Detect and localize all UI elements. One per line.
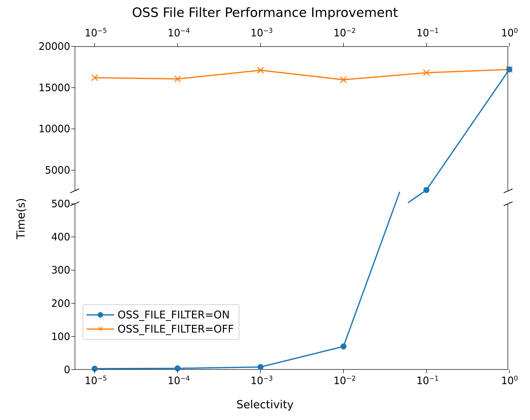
x-tick-bottom-0: 10−5 <box>85 375 107 386</box>
svg-point-26 <box>506 67 512 72</box>
x-tick-bottom-3: 10−2 <box>333 375 356 386</box>
y-tick-lower-2: 200 <box>35 298 70 309</box>
x-tick-bottom-2: 10−3 <box>251 375 273 386</box>
legend-label-off: OSS_FILE_FILTER=OFF <box>118 322 234 336</box>
chart-container: OSS File Filter Performance Improvement … <box>0 0 530 420</box>
y-tick-lower-5: 500 <box>35 198 70 210</box>
svg-line-4 <box>504 189 513 193</box>
y-tick-lower-3: 300 <box>35 264 70 276</box>
svg-line-20 <box>426 70 509 190</box>
svg-point-25 <box>423 187 429 193</box>
y-tick-upper-1: 10000 <box>35 123 70 135</box>
x-tick-bottom-5: 100 <box>501 375 518 386</box>
x-ticks-top <box>95 43 509 46</box>
x-tick-bottom-4: 10−1 <box>416 375 439 386</box>
legend-entry-off: ✕ OSS_FILE_FILTER=OFF <box>87 322 234 336</box>
plot-svg <box>0 0 530 420</box>
x-tick-bottom-1: 10−4 <box>168 375 190 386</box>
svg-line-19 <box>408 190 426 203</box>
y-ticks-lower <box>71 204 75 370</box>
svg-point-24 <box>340 344 346 350</box>
svg-point-23 <box>258 364 264 370</box>
x-tick-top-4: 10−1 <box>416 27 439 39</box>
legend-entry-on: OSS_FILE_FILTER=ON <box>87 308 234 322</box>
svg-line-18 <box>343 192 400 347</box>
y-tick-lower-1: 100 <box>35 331 70 342</box>
y-tick-upper-3: 20000 <box>35 41 70 52</box>
x-tick-top-3: 10−2 <box>333 27 356 39</box>
y-tick-lower-4: 400 <box>35 231 70 243</box>
series-on-line-lower <box>95 347 343 369</box>
legend-swatch-off: ✕ <box>87 324 114 334</box>
y-tick-lower-0: 0 <box>35 364 70 375</box>
x-tick-top-0: 10−5 <box>85 27 107 39</box>
y-ticks-upper <box>71 46 75 170</box>
series-off-line <box>95 70 509 80</box>
circle-marker-icon <box>98 312 103 318</box>
legend-label-on: OSS_FILE_FILTER=ON <box>118 308 230 322</box>
svg-line-1 <box>70 189 79 193</box>
y-tick-upper-0: 5000 <box>35 164 70 176</box>
x-ticks-bottom <box>95 370 509 373</box>
x-tick-top-5: 100 <box>501 27 518 39</box>
y-tick-upper-2: 15000 <box>35 82 70 93</box>
x-tick-top-2: 10−3 <box>251 27 273 39</box>
legend: OSS_FILE_FILTER=ON ✕ OSS_FILE_FILTER=OFF <box>83 304 239 340</box>
svg-line-5 <box>504 202 513 206</box>
x-tick-top-1: 10−4 <box>168 27 190 39</box>
legend-swatch-on <box>87 310 114 320</box>
x-marker-icon: ✕ <box>97 325 103 333</box>
